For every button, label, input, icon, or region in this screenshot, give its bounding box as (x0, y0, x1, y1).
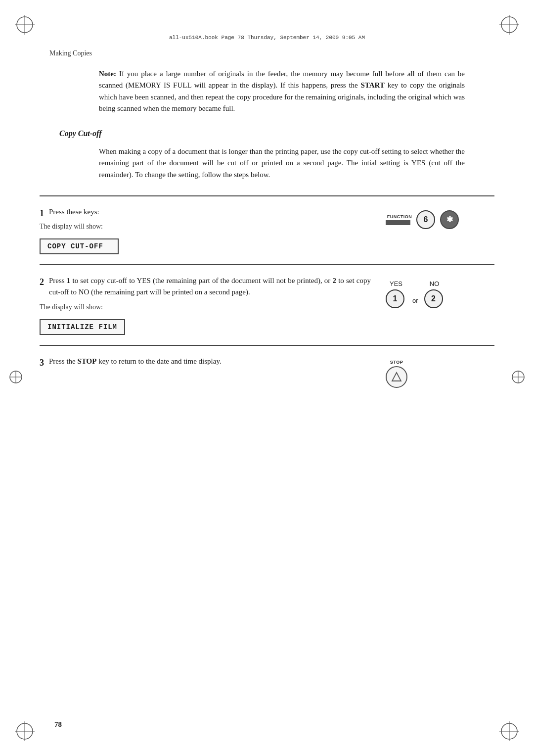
side-mark-right (511, 370, 525, 386)
section-intro: When making a copy of a document that is… (99, 146, 465, 181)
page-number: 78 (54, 720, 62, 729)
step-1-display-line: COPY CUT-OFF (40, 234, 371, 254)
step-2-left: 2 Press 1 to set copy cut-off to YES (th… (40, 275, 386, 335)
step-2-block: 2 Press 1 to set copy cut-off to YES (th… (40, 264, 494, 345)
step-2-sub: The display will show: (40, 303, 371, 311)
function-label: FUNCTION (387, 214, 412, 219)
step-3-block: 3 Press the STOP key to return to the da… (40, 345, 494, 398)
step-2-right: YES 1 or NO 2 (386, 275, 494, 308)
step-1-right: FUNCTION 6 ✱ (386, 206, 494, 229)
page: all-ux510A.book Page 78 Thursday, Septem… (0, 0, 534, 756)
key-2-circle: 2 (424, 289, 443, 308)
key-star-circle: ✱ (440, 210, 459, 229)
corner-mark-bottom-right (499, 721, 519, 741)
note-paragraph: Note: If you place a large number of ori… (99, 68, 465, 114)
step-3-text1: key to return to the date and time displ… (96, 357, 221, 365)
step-2-text1: to set copy cut-off to YES (the remainin… (70, 277, 332, 284)
yes-label: YES (390, 280, 402, 287)
step-2-text-before-bold1: Press (49, 277, 67, 284)
step-3-text: 3 Press the STOP key to return to the da… (40, 356, 371, 370)
key-1-circle: 1 (386, 289, 404, 308)
no-label: NO (430, 280, 440, 287)
step-2-text: 2 Press 1 to set copy cut-off to YES (th… (40, 275, 371, 298)
step-2-display-box: INITIALIZE FILM (40, 319, 125, 335)
step-3-text-before-bold1: Press the (49, 357, 78, 365)
note-start-bold: START (360, 81, 384, 89)
page-header: Making Copies (40, 49, 494, 57)
function-key-group: FUNCTION 6 ✱ (386, 210, 461, 229)
stop-label: STOP (390, 360, 403, 365)
section-heading: Copy Cut-off (59, 129, 494, 138)
or-text: or (412, 297, 418, 304)
function-key-rect (386, 220, 410, 225)
corner-mark-bottom-left (15, 721, 35, 741)
corner-mark-top-right (499, 15, 519, 35)
step-2-number: 2 (40, 276, 44, 289)
step-1-left: 1 Press these keys: The display will sho… (40, 206, 386, 254)
side-mark-left (9, 370, 23, 386)
corner-mark-top-left (15, 15, 35, 35)
steps-area: 1 Press these keys: The display will sho… (40, 195, 494, 398)
step-2-display-line: INITIALIZE FILM (40, 314, 371, 335)
step-1-display-box: COPY CUT-OFF (40, 238, 119, 254)
no-column: NO 2 (424, 280, 445, 308)
step-3-bold1: STOP (78, 357, 97, 365)
step-3-left: 3 Press the STOP key to return to the da… (40, 356, 386, 370)
step-1-sub: The display will show: (40, 223, 371, 231)
yes-no-group: YES 1 or NO 2 (386, 280, 445, 308)
key-6-circle: 6 (416, 210, 435, 229)
note-label: Note: (99, 70, 116, 78)
step-2-bold2: 2 (333, 277, 337, 284)
yes-column: YES 1 (386, 280, 406, 308)
svg-marker-18 (392, 373, 401, 381)
stop-group: STOP (386, 360, 407, 388)
step-3-number: 3 (40, 356, 44, 370)
file-info: all-ux510A.book Page 78 Thursday, Septem… (40, 35, 494, 41)
step-1-intro-text: Press these keys: (49, 208, 99, 216)
step-1-intro: 1 Press these keys: (40, 206, 371, 218)
step-1-block: 1 Press these keys: The display will sho… (40, 195, 494, 264)
step-1-number: 1 (40, 207, 44, 221)
step-3-right: STOP (386, 356, 494, 388)
stop-key-circle (386, 366, 407, 388)
